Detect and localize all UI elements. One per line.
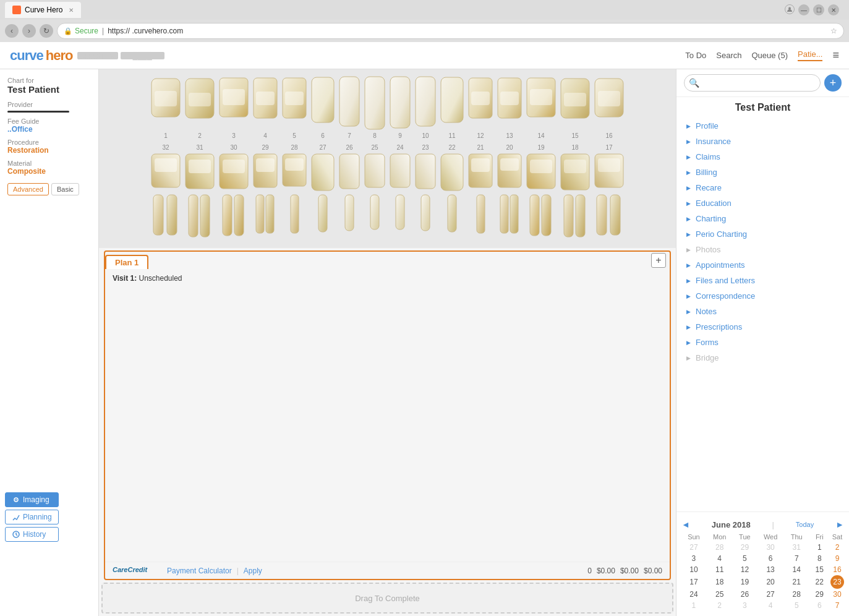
- nav-item-profile[interactable]: ▶ Profile: [676, 118, 849, 134]
- address-bar[interactable]: 🔒 Secure | https:// .curvehero.com ☆: [57, 23, 844, 39]
- plan-add-button[interactable]: +: [651, 253, 666, 268]
- tooth-31-root[interactable]: [184, 194, 216, 242]
- calendar-day[interactable]: 3: [681, 553, 706, 564]
- calendar-day[interactable]: 29: [733, 542, 757, 553]
- calendar-day[interactable]: 1: [809, 542, 830, 553]
- calendar-day[interactable]: 7: [830, 600, 844, 611]
- calendar-day[interactable]: 6: [809, 600, 830, 611]
- imaging-button[interactable]: Imaging: [5, 492, 59, 507]
- apply-link[interactable]: Apply: [244, 567, 262, 575]
- hamburger-icon[interactable]: ≡: [832, 49, 839, 62]
- tooth-27[interactable]: [310, 152, 336, 192]
- tooth-24-root[interactable]: [388, 194, 412, 233]
- forward-button[interactable]: ›: [22, 24, 36, 38]
- tooth-4[interactable]: [252, 75, 279, 120]
- calendar-day[interactable]: 29: [809, 589, 830, 600]
- calendar-day[interactable]: 2: [706, 600, 733, 611]
- tooth-28-root[interactable]: [281, 194, 308, 237]
- tooth-18-root[interactable]: [559, 194, 591, 242]
- nav-item-claims[interactable]: ▶ Claims: [676, 149, 849, 165]
- tooth-16[interactable]: [593, 75, 625, 119]
- todo-link[interactable]: To Do: [685, 51, 706, 60]
- tooth-17-root[interactable]: [593, 194, 625, 240]
- nav-item-prescriptions[interactable]: ▶ Prescriptions: [676, 319, 849, 335]
- calendar-day[interactable]: 13: [756, 564, 785, 575]
- tooth-30-root[interactable]: [218, 194, 250, 241]
- calendar-day[interactable]: 2: [830, 542, 844, 553]
- planning-button[interactable]: Planning: [5, 510, 59, 524]
- tooth-32[interactable]: [150, 152, 182, 189]
- tooth-10[interactable]: [414, 75, 437, 128]
- tooth-27-root[interactable]: [310, 194, 336, 236]
- calendar-day[interactable]: 8: [809, 553, 830, 564]
- nav-item-insurance[interactable]: ▶ Insurance: [676, 134, 849, 149]
- tooth-7[interactable]: [338, 75, 361, 128]
- sidebar-search-input[interactable]: [684, 74, 821, 92]
- nav-item-billing[interactable]: ▶ Billing: [676, 165, 849, 180]
- nav-item-files[interactable]: ▶ Files and Letters: [676, 273, 849, 288]
- calendar-day[interactable]: 21: [785, 575, 809, 589]
- nav-item-forms[interactable]: ▶ Forms: [676, 335, 849, 350]
- tooth-14[interactable]: [525, 75, 557, 119]
- tooth-30[interactable]: [218, 152, 250, 190]
- calendar-day[interactable]: 18: [706, 575, 733, 589]
- nav-item-notes[interactable]: ▶ Notes: [676, 304, 849, 319]
- tooth-18[interactable]: [559, 152, 591, 192]
- calendar-day[interactable]: 12: [733, 564, 757, 575]
- tooth-2[interactable]: [184, 75, 216, 120]
- calendar-day[interactable]: 4: [706, 553, 733, 564]
- calendar-prev-button[interactable]: ◄: [681, 520, 690, 529]
- calendar-day[interactable]: 4: [756, 600, 785, 611]
- calendar-day[interactable]: 31: [785, 542, 809, 553]
- tooth-22[interactable]: [439, 152, 465, 192]
- tab-close-icon[interactable]: ✕: [69, 7, 74, 14]
- advanced-button[interactable]: Advanced: [7, 183, 49, 195]
- tooth-6[interactable]: [310, 75, 336, 125]
- tooth-1[interactable]: [150, 75, 182, 119]
- calendar-day[interactable]: 17: [681, 575, 706, 589]
- calendar-day[interactable]: 9: [830, 553, 844, 564]
- calendar-day[interactable]: 25: [706, 589, 733, 600]
- calendar-day[interactable]: 19: [733, 575, 757, 589]
- nav-item-correspondence[interactable]: ▶ Correspondence: [676, 288, 849, 304]
- tooth-8[interactable]: [363, 75, 386, 131]
- tooth-26[interactable]: [338, 152, 361, 190]
- tooth-22-root[interactable]: [439, 194, 465, 236]
- tooth-17[interactable]: [593, 152, 625, 189]
- minimize-button[interactable]: —: [798, 4, 809, 15]
- restore-button[interactable]: ☐: [813, 4, 824, 15]
- calendar-day[interactable]: 27: [681, 542, 706, 553]
- calendar-day[interactable]: 27: [756, 589, 785, 600]
- tooth-32-root[interactable]: [150, 194, 182, 240]
- calendar-day[interactable]: 16: [830, 564, 844, 575]
- tooth-21[interactable]: [467, 152, 494, 189]
- search-link[interactable]: Search: [716, 51, 741, 60]
- tooth-29-root[interactable]: [252, 194, 279, 238]
- calendar-day[interactable]: 24: [681, 589, 706, 600]
- calendar-day[interactable]: 14: [785, 564, 809, 575]
- calendar-day[interactable]: 3: [733, 600, 757, 611]
- nav-item-education[interactable]: ▶ Education: [676, 195, 849, 211]
- tooth-24[interactable]: [388, 152, 412, 189]
- calendar-day[interactable]: 10: [681, 564, 706, 575]
- bookmark-icon[interactable]: ☆: [830, 27, 837, 35]
- tooth-23[interactable]: [414, 152, 437, 190]
- tooth-21-root[interactable]: [467, 194, 494, 237]
- calendar-day[interactable]: 5: [785, 600, 809, 611]
- tooth-25-root[interactable]: [363, 194, 386, 233]
- calendar-day[interactable]: 15: [809, 564, 830, 575]
- calendar-day[interactable]: 11: [706, 564, 733, 575]
- tooth-19[interactable]: [525, 152, 557, 190]
- patient-tab[interactable]: Patie...: [798, 49, 822, 61]
- calendar-day[interactable]: 6: [756, 553, 785, 564]
- tooth-20[interactable]: [496, 152, 523, 189]
- calendar-day[interactable]: 23: [830, 575, 844, 589]
- tooth-26-root[interactable]: [338, 194, 361, 234]
- calendar-day[interactable]: 28: [706, 542, 733, 553]
- reload-button[interactable]: ↻: [40, 24, 53, 38]
- plan-tab-label[interactable]: Plan 1: [105, 255, 148, 269]
- calendar-day[interactable]: 30: [830, 589, 844, 600]
- calendar-day[interactable]: 20: [756, 575, 785, 589]
- browser-tab[interactable]: Curve Hero ✕: [5, 2, 81, 18]
- calendar-day[interactable]: 5: [733, 553, 757, 564]
